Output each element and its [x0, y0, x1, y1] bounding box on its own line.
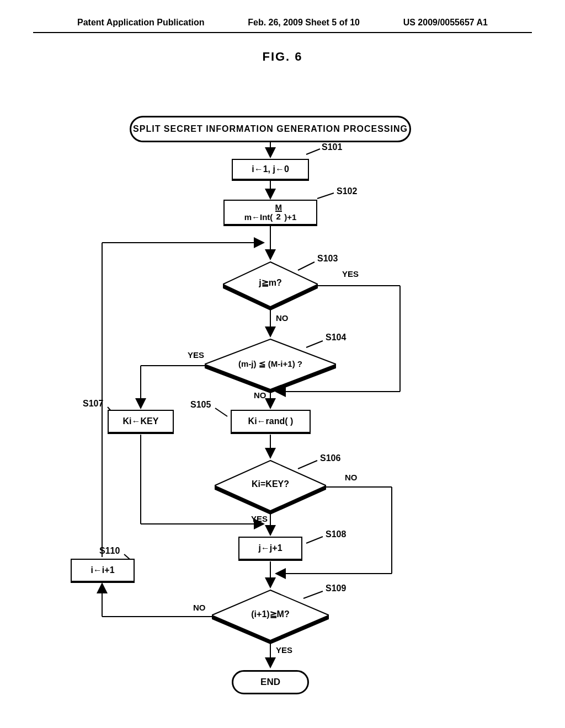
header-right: US 2009/0055657 A1	[403, 18, 488, 28]
process-s108: j←j+1	[238, 537, 302, 561]
terminator-end: END	[232, 670, 309, 694]
decision-s103-text: j≧m?	[259, 277, 281, 288]
decision-s106-text: Ki=KEY?	[252, 479, 289, 489]
process-s101: i←1, j←0	[232, 159, 309, 181]
s103-yes: YES	[342, 269, 359, 279]
svg-line-26	[298, 262, 315, 270]
label-s104: S104	[326, 333, 346, 342]
svg-line-27	[306, 341, 323, 347]
label-s103: S103	[317, 254, 338, 264]
s106-no: NO	[345, 473, 358, 482]
label-s109: S109	[326, 584, 346, 593]
process-s105: Ki←rand( )	[231, 410, 311, 434]
flowchart-diagram: SPLIT SECRET INFORMATION GENERATION PROC…	[0, 116, 565, 722]
decision-s104-text: (m-j) ≦ (M-i+1) ?	[238, 359, 302, 369]
svg-line-31	[215, 408, 227, 416]
label-s101: S101	[322, 142, 342, 152]
s104-no: NO	[254, 390, 266, 400]
label-s110: S110	[99, 546, 120, 556]
terminator-start: SPLIT SECRET INFORMATION GENERATION PROC…	[130, 116, 411, 142]
label-s105: S105	[190, 400, 211, 410]
label-s106: S106	[320, 453, 340, 463]
process-s110: i←i+1	[71, 559, 135, 583]
s109-yes: YES	[276, 645, 292, 655]
s109-no: NO	[193, 603, 206, 612]
decision-s109-text: (i+1)≧M?	[251, 609, 289, 619]
figure-title: FIG. 6	[0, 50, 565, 64]
svg-line-30	[303, 591, 323, 598]
label-s107: S107	[83, 399, 103, 409]
svg-line-28	[298, 461, 317, 469]
svg-line-25	[317, 193, 334, 199]
label-s102: S102	[337, 186, 357, 196]
s103-no: NO	[276, 313, 289, 323]
process-s107: Ki←KEY	[108, 410, 174, 434]
header-left: Patent Application Publication	[77, 18, 205, 28]
s106-yes: YES	[251, 514, 268, 523]
header-center: Feb. 26, 2009 Sheet 5 of 10	[248, 18, 360, 28]
process-s102: m←Int( M2 )+1	[223, 200, 317, 226]
svg-line-24	[306, 149, 320, 154]
svg-line-29	[306, 537, 323, 543]
process-s102-text: m←Int( M2 )+1	[244, 204, 297, 222]
s104-yes: YES	[188, 350, 204, 360]
label-s108: S108	[326, 529, 346, 539]
